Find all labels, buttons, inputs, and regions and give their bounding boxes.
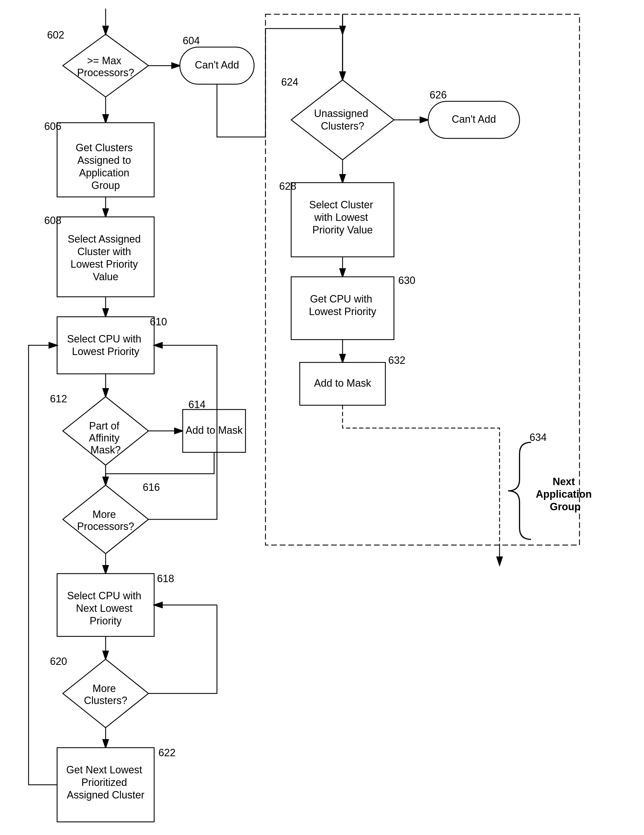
dashed-line-632-out — [343, 405, 499, 545]
rect-cant-add-626-label: Can't Add — [452, 113, 496, 125]
ref-620: 620 — [50, 656, 67, 667]
ref-608: 608 — [44, 214, 61, 226]
ref-604: 604 — [183, 35, 200, 47]
diamond-612-label: Part of Affinity Mask? — [89, 420, 122, 456]
ref-612: 612 — [50, 393, 67, 405]
flowchart-diagram: >= Max Processors? 602 Get Clusters Assi… — [0, 0, 644, 835]
ref-630: 630 — [398, 275, 415, 286]
ref-632: 632 — [388, 354, 405, 366]
ref-614: 614 — [189, 399, 205, 410]
loop-622-to-610 — [29, 345, 57, 785]
ref-602: 602 — [47, 29, 64, 41]
ref-634: 634 — [530, 432, 546, 443]
rect-cant-add-604-label: Can't Add — [195, 59, 239, 71]
curly-brace-634-left — [508, 442, 531, 539]
ref-624: 624 — [281, 76, 298, 88]
ref-610: 610 — [150, 316, 167, 328]
ref-628: 628 — [279, 180, 296, 192]
ref-622: 622 — [158, 747, 176, 759]
rect-632-label: Add to Mask — [314, 377, 371, 389]
ref-626: 626 — [429, 89, 447, 101]
ref-606: 606 — [44, 120, 61, 132]
arrow-614-to-616 — [106, 452, 214, 485]
curly-634-label: Next Application Group — [536, 476, 595, 513]
ref-618: 618 — [157, 573, 174, 585]
rect-628-label: Select Cluster with Lowest Priority Valu… — [309, 199, 376, 236]
ref-616: 616 — [143, 481, 160, 493]
line-620-right — [148, 605, 217, 694]
rect-614-label: Add to Mask — [185, 424, 243, 436]
